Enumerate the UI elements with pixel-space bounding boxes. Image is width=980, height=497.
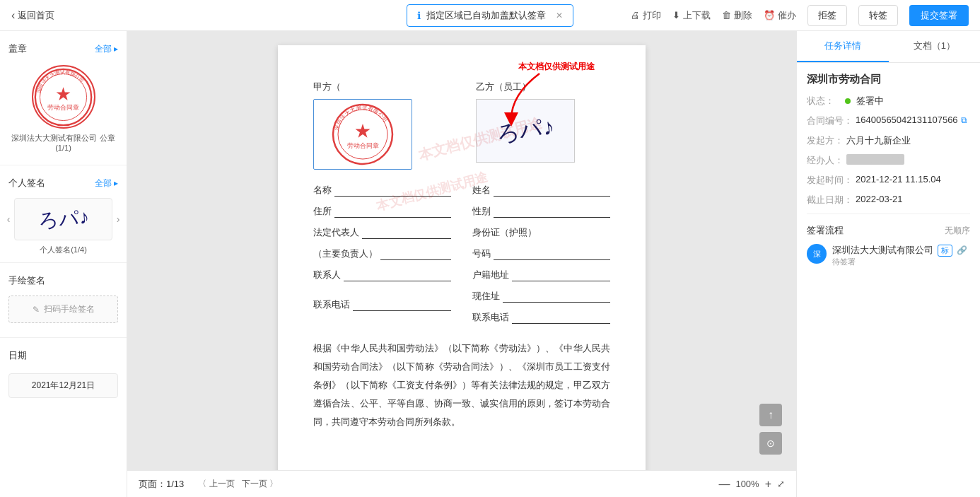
- handwrite-section-header: 手绘签名: [0, 270, 127, 291]
- divider-2: [0, 262, 127, 263]
- form-row-name-right: 姓名: [472, 184, 610, 197]
- seal-svg: 深圳法大大测试有限公司 劳动合同章: [33, 67, 93, 127]
- submit-button[interactable]: 提交签署: [909, 5, 969, 26]
- tab-task-details[interactable]: 任务详情: [797, 31, 889, 62]
- zoom-value: 100%: [735, 479, 759, 489]
- delete-button[interactable]: 🗑 删除: [722, 9, 752, 22]
- print-icon: 🖨: [631, 10, 640, 21]
- next-page-button[interactable]: 下一页 〉: [242, 478, 278, 490]
- signing-process-title: 签署流程 无顺序: [807, 224, 970, 237]
- doc-page: 本文档仅供测试用途 本文档仅供测试用途 本文档仅供测试用途 甲方（: [278, 45, 646, 470]
- zoom-in-button[interactable]: +: [765, 478, 771, 491]
- right-sidebar: 任务详情 文档（1） 深圳市劳动合同 状态： 签署中 合同编号： 1640056…: [796, 31, 980, 497]
- status-label: 状态：: [807, 95, 842, 107]
- divider-right: [807, 214, 970, 214]
- form-row-phone-left: 联系电话: [313, 298, 451, 311]
- svg-text:深圳法大大测试有限公司: 深圳法大大测试有限公司: [333, 105, 389, 131]
- flow-info: 深圳法大大测试有限公司 标 🔗 待签署: [832, 244, 970, 267]
- handwrite-title: 手绘签名: [8, 274, 45, 287]
- contract-body-text: 根据《中华人民共和国劳动法》（以下简称《劳动法》）、《中华人民共和国劳动合同法》…: [313, 339, 610, 431]
- send-time-label: 发起时间：: [807, 174, 853, 187]
- top-bar: ‹ 返回首页 ℹ 指定区域已自动加盖默认签章 ✕ 🖨 打印 ⬇ 上下载 🗑 删除…: [0, 0, 980, 31]
- back-button[interactable]: ‹ 返回首页: [11, 9, 54, 22]
- personal-sig-all-link[interactable]: 全部 ▸: [95, 177, 118, 189]
- scan-icon: ✎: [33, 305, 40, 315]
- info-row-deadline: 截止日期： 2022-03-21: [807, 194, 970, 206]
- seal-section-title: 盖章: [8, 42, 27, 55]
- no-order-label: 无顺序: [945, 225, 970, 237]
- form-row-address: 住所: [313, 205, 451, 218]
- reject-button[interactable]: 拒签: [807, 5, 847, 26]
- carousel-next-button[interactable]: ›: [112, 214, 124, 225]
- flow-link-button[interactable]: 🔗: [957, 245, 967, 255]
- info-icon: ℹ: [417, 10, 421, 21]
- download-button[interactable]: ⬇ 上下载: [672, 9, 711, 22]
- deadline-value: 2022-03-21: [856, 194, 903, 204]
- flow-status: 待签署: [832, 257, 970, 267]
- personal-sig-title: 个人签名: [8, 177, 45, 189]
- party-a-label: 甲方（: [313, 81, 448, 93]
- page-info: 页面：1/13: [139, 478, 184, 491]
- delete-icon: 🗑: [722, 10, 731, 21]
- personal-sig-label: 个人签名(1/4): [0, 245, 127, 255]
- contract-no-label: 合同编号：: [807, 115, 853, 127]
- notification-bar: ℹ 指定区域已自动加盖默认签章 ✕: [407, 4, 573, 27]
- main-layout: 盖章 全部 ▸ 深圳法大大测试有限公司 劳动合同章: [0, 31, 980, 497]
- fit-page-icon[interactable]: ⤢: [777, 479, 785, 489]
- party-b-label: 乙方（员工）: [476, 81, 610, 93]
- form-row-main-responsible: （主要负责人）: [313, 247, 451, 260]
- doc-bottom-bar: 页面：1/13 〈 上一页 下一页 〉 — 100% + ⤢: [127, 470, 796, 497]
- copy-contract-no-button[interactable]: ⧉: [961, 115, 967, 125]
- flow-tag: 标: [938, 245, 952, 257]
- info-row-contract-no: 合同编号： 16400565042131107566 ⧉: [807, 115, 970, 127]
- doc-area: 本文档仅供测试用途 本文档仅供测试用途 本文档仅供测试用途 甲方（: [127, 31, 796, 497]
- divider-3: [0, 337, 127, 338]
- handler-label: 经办人：: [807, 154, 844, 167]
- company-seal: 深圳法大大测试有限公司 劳动合同章: [32, 65, 95, 129]
- download-icon: ⬇: [672, 10, 680, 21]
- sig-carousel: ‹ ろパ♪ ›: [0, 194, 127, 245]
- transfer-button[interactable]: 转签: [858, 5, 898, 26]
- right-tabs: 任务详情 文档（1）: [797, 31, 980, 63]
- form-row-name-left: 名称: [313, 184, 451, 197]
- carousel-prev-button[interactable]: ‹: [3, 214, 14, 225]
- date-section-header: 日期: [0, 345, 127, 366]
- print-button[interactable]: 🖨 打印: [631, 9, 661, 22]
- sender-value: 六月十九新企业: [846, 134, 911, 147]
- party-a-seal-box[interactable]: 深圳法大大测试有限公司 劳动合同章: [313, 99, 412, 170]
- back-arrow-icon: ‹: [11, 9, 15, 22]
- scroll-up-button[interactable]: ↑: [759, 404, 782, 426]
- zoom-out-button[interactable]: —: [718, 478, 730, 491]
- party-b-sig-box[interactable]: ろパ♪: [476, 99, 575, 163]
- contract-no-value: 16400565042131107566 ⧉: [856, 115, 967, 125]
- top-right-actions: 🖨 打印 ⬇ 上下载 🗑 删除 ⏰ 催办 拒签 转签 提交签署: [631, 5, 969, 26]
- notification-text: 指定区域已自动加盖默认签章: [426, 9, 546, 22]
- sender-label: 发起方：: [807, 134, 844, 147]
- page-navigation: 〈 上一页 下一页 〉: [198, 478, 278, 490]
- handwrite-section: ✎ 扫码手绘签名: [0, 291, 127, 330]
- form-row-id: 身份证（护照）: [472, 226, 610, 239]
- contract-title: 深圳市劳动合同: [807, 73, 970, 86]
- date-section: 2021年12月21日: [0, 366, 127, 402]
- doc-scroll[interactable]: 本文档仅供测试用途 本文档仅供测试用途 本文档仅供测试用途 甲方（: [127, 31, 796, 470]
- back-label: 返回首页: [18, 9, 54, 22]
- form-left: 名称 住所 法定代表人 （主要负责人）: [313, 184, 451, 332]
- seal-item[interactable]: 深圳法大大测试有限公司 劳动合同章 深圳法大大测试有限公司 公章(1/1): [0, 59, 127, 158]
- form-row-gender: 性别: [472, 205, 610, 218]
- prev-page-button[interactable]: 〈 上一页: [198, 478, 234, 490]
- date-title: 日期: [8, 349, 27, 362]
- party-row: 甲方（ 深圳法大大测试有限公司 劳动合同章: [313, 81, 610, 170]
- scroll-compass-button[interactable]: ⊙: [759, 432, 782, 455]
- tab-document[interactable]: 文档（1）: [889, 31, 981, 62]
- remind-button[interactable]: ⏰ 催办: [764, 9, 796, 22]
- party-a-col: 甲方（ 深圳法大大测试有限公司 劳动合同章: [313, 81, 448, 170]
- handwrite-scan-button[interactable]: ✎ 扫码手绘签名: [8, 296, 118, 323]
- form-row-id-no: 号码: [472, 247, 610, 260]
- date-value[interactable]: 2021年12月21日: [8, 373, 118, 398]
- company-avatar: 深: [807, 244, 827, 264]
- notification-close-button[interactable]: ✕: [556, 11, 563, 21]
- divider-1: [0, 165, 127, 165]
- status-dot: [845, 98, 851, 104]
- info-row-sender: 发起方： 六月十九新企业: [807, 134, 970, 147]
- seal-all-link[interactable]: 全部 ▸: [95, 43, 118, 55]
